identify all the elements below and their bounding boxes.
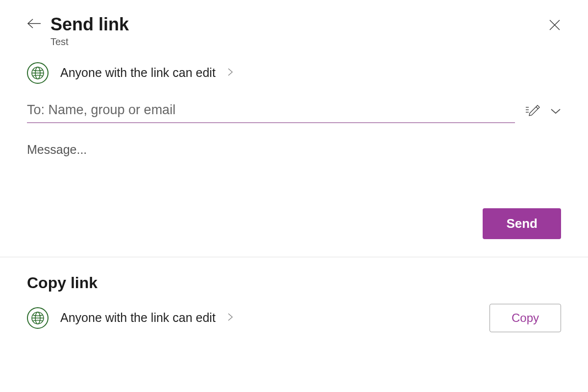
svg-line-9	[536, 107, 538, 109]
arrow-left-icon	[27, 18, 42, 29]
globe-icon	[31, 66, 45, 80]
close-icon	[548, 19, 561, 31]
copy-link-title: Copy link	[27, 274, 561, 292]
globe-badge	[27, 62, 49, 84]
recipients-options-button[interactable]	[550, 108, 561, 115]
back-button[interactable]	[27, 18, 42, 29]
globe-icon	[31, 311, 45, 325]
send-row: Send	[27, 208, 561, 239]
section-divider	[0, 257, 588, 257]
edit-pencil-button[interactable]	[525, 103, 540, 119]
permission-settings-row[interactable]: Anyone with the link can edit	[27, 62, 561, 84]
copy-button[interactable]: Copy	[490, 304, 561, 332]
dialog-subtitle: Test	[50, 36, 129, 48]
chevron-right-icon	[227, 68, 233, 76]
title-block: Send link Test	[50, 15, 129, 48]
permission-text: Anyone with the link can edit	[60, 66, 216, 80]
dialog-header: Send link Test	[27, 15, 561, 48]
copy-link-row: Anyone with the link can edit Copy	[27, 304, 561, 332]
chevron-right-icon	[227, 313, 233, 321]
send-link-dialog: Send link Test Anyone with the link can …	[0, 0, 588, 332]
globe-badge	[27, 307, 49, 329]
permission-chevron	[227, 68, 233, 78]
message-input[interactable]	[27, 143, 561, 201]
recipients-row	[27, 99, 561, 123]
recipients-input[interactable]	[27, 99, 515, 123]
copy-permission-chevron	[227, 313, 233, 323]
close-button[interactable]	[548, 19, 561, 33]
pencil-list-icon	[525, 103, 540, 119]
dialog-title: Send link	[50, 15, 129, 34]
copy-permission-text: Anyone with the link can edit	[60, 311, 216, 325]
copy-permission-row[interactable]: Anyone with the link can edit	[27, 307, 233, 329]
chevron-down-icon	[550, 108, 561, 115]
send-button[interactable]: Send	[483, 208, 561, 239]
